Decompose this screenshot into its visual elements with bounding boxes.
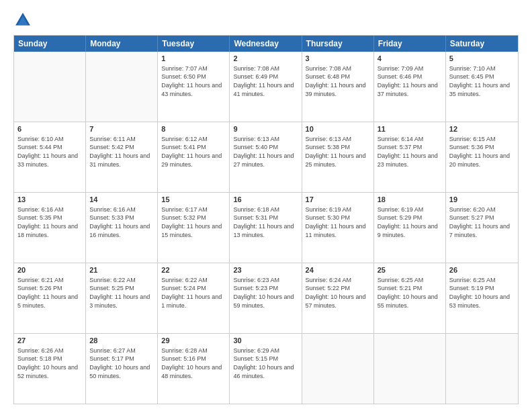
day-number: 23: [233, 265, 298, 275]
header: [13, 11, 519, 30]
calendar-cell: 9Sunrise: 6:13 AM Sunset: 5:40 PM Daylig…: [230, 122, 302, 192]
calendar-cell: 30Sunrise: 6:29 AM Sunset: 5:15 PM Dayli…: [230, 334, 302, 404]
calendar-row-3: 20Sunrise: 6:21 AM Sunset: 5:26 PM Dayli…: [14, 263, 518, 334]
cell-info: Sunrise: 6:25 AM Sunset: 5:21 PM Dayligh…: [378, 276, 442, 310]
calendar-cell: 11Sunrise: 6:14 AM Sunset: 5:37 PM Dayli…: [374, 122, 446, 192]
day-number: 6: [17, 124, 82, 134]
header-day-tuesday: Tuesday: [158, 36, 230, 52]
cell-info: Sunrise: 6:16 AM Sunset: 5:33 PM Dayligh…: [89, 205, 154, 239]
calendar-cell: 28Sunrise: 6:27 AM Sunset: 5:17 PM Dayli…: [86, 334, 158, 404]
calendar-cell: 4Sunrise: 7:09 AM Sunset: 6:46 PM Daylig…: [374, 52, 446, 122]
calendar-cell: 17Sunrise: 6:19 AM Sunset: 5:30 PM Dayli…: [302, 193, 374, 263]
calendar-body: 1Sunrise: 7:07 AM Sunset: 6:50 PM Daylig…: [14, 52, 518, 404]
calendar-cell: [302, 334, 374, 404]
header-day-monday: Monday: [86, 36, 158, 52]
calendar-cell: 22Sunrise: 6:22 AM Sunset: 5:24 PM Dayli…: [158, 263, 230, 333]
page: SundayMondayTuesdayWednesdayThursdayFrid…: [0, 0, 532, 411]
cell-info: Sunrise: 6:22 AM Sunset: 5:24 PM Dayligh…: [161, 276, 226, 310]
calendar-cell: 14Sunrise: 6:16 AM Sunset: 5:33 PM Dayli…: [86, 193, 158, 263]
cell-info: Sunrise: 6:10 AM Sunset: 5:44 PM Dayligh…: [17, 135, 82, 169]
cell-info: Sunrise: 6:13 AM Sunset: 5:40 PM Dayligh…: [233, 135, 298, 169]
header-day-sunday: Sunday: [14, 36, 86, 52]
day-number: 5: [449, 54, 515, 64]
cell-info: Sunrise: 6:12 AM Sunset: 5:41 PM Dayligh…: [161, 135, 226, 169]
cell-info: Sunrise: 6:19 AM Sunset: 5:29 PM Dayligh…: [378, 205, 442, 239]
day-number: 2: [233, 54, 298, 64]
cell-info: Sunrise: 6:22 AM Sunset: 5:25 PM Dayligh…: [89, 276, 154, 310]
day-number: 4: [378, 54, 442, 64]
day-number: 11: [378, 124, 442, 134]
logo: [13, 11, 35, 30]
day-number: 3: [306, 54, 370, 64]
day-number: 18: [378, 195, 442, 205]
day-number: 22: [161, 265, 226, 275]
cell-info: Sunrise: 6:16 AM Sunset: 5:35 PM Dayligh…: [17, 205, 82, 239]
day-number: 9: [233, 124, 298, 134]
cell-info: Sunrise: 6:25 AM Sunset: 5:19 PM Dayligh…: [449, 276, 515, 310]
calendar-cell: 20Sunrise: 6:21 AM Sunset: 5:26 PM Dayli…: [14, 263, 86, 333]
calendar-row-4: 27Sunrise: 6:26 AM Sunset: 5:18 PM Dayli…: [14, 334, 518, 404]
cell-info: Sunrise: 7:10 AM Sunset: 6:45 PM Dayligh…: [449, 64, 515, 98]
calendar-cell: 5Sunrise: 7:10 AM Sunset: 6:45 PM Daylig…: [446, 52, 518, 122]
cell-info: Sunrise: 6:29 AM Sunset: 5:15 PM Dayligh…: [233, 347, 298, 380]
calendar-cell: 24Sunrise: 6:24 AM Sunset: 5:22 PM Dayli…: [302, 263, 374, 333]
cell-info: Sunrise: 6:24 AM Sunset: 5:22 PM Dayligh…: [306, 276, 370, 310]
day-number: 7: [89, 124, 154, 134]
cell-info: Sunrise: 6:21 AM Sunset: 5:26 PM Dayligh…: [17, 276, 82, 310]
logo-icon: [13, 11, 32, 30]
calendar-row-1: 6Sunrise: 6:10 AM Sunset: 5:44 PM Daylig…: [14, 122, 518, 193]
day-number: 25: [378, 265, 442, 275]
calendar-cell: 26Sunrise: 6:25 AM Sunset: 5:19 PM Dayli…: [446, 263, 518, 333]
day-number: 16: [233, 195, 298, 205]
calendar-cell: 23Sunrise: 6:23 AM Sunset: 5:23 PM Dayli…: [230, 263, 302, 333]
cell-info: Sunrise: 7:08 AM Sunset: 6:48 PM Dayligh…: [306, 64, 370, 98]
cell-info: Sunrise: 6:27 AM Sunset: 5:17 PM Dayligh…: [89, 347, 154, 380]
calendar-cell: 18Sunrise: 6:19 AM Sunset: 5:29 PM Dayli…: [374, 193, 446, 263]
cell-info: Sunrise: 6:26 AM Sunset: 5:18 PM Dayligh…: [17, 347, 82, 380]
cell-info: Sunrise: 6:20 AM Sunset: 5:27 PM Dayligh…: [449, 205, 515, 239]
calendar-cell: 3Sunrise: 7:08 AM Sunset: 6:48 PM Daylig…: [302, 52, 374, 122]
cell-info: Sunrise: 6:11 AM Sunset: 5:42 PM Dayligh…: [89, 135, 154, 169]
cell-info: Sunrise: 6:18 AM Sunset: 5:31 PM Dayligh…: [233, 205, 298, 239]
day-number: 24: [306, 265, 370, 275]
calendar-cell: [14, 52, 86, 122]
day-number: 10: [306, 124, 370, 134]
calendar-cell: 25Sunrise: 6:25 AM Sunset: 5:21 PM Dayli…: [374, 263, 446, 333]
cell-info: Sunrise: 6:19 AM Sunset: 5:30 PM Dayligh…: [306, 205, 370, 239]
calendar-cell: 29Sunrise: 6:28 AM Sunset: 5:16 PM Dayli…: [158, 334, 230, 404]
calendar-cell: [446, 334, 518, 404]
day-number: 12: [449, 124, 515, 134]
calendar-cell: 6Sunrise: 6:10 AM Sunset: 5:44 PM Daylig…: [14, 122, 86, 192]
calendar-row-0: 1Sunrise: 7:07 AM Sunset: 6:50 PM Daylig…: [14, 52, 518, 122]
calendar-cell: 8Sunrise: 6:12 AM Sunset: 5:41 PM Daylig…: [158, 122, 230, 192]
calendar-cell: [374, 334, 446, 404]
day-number: 27: [17, 336, 82, 346]
cell-info: Sunrise: 6:17 AM Sunset: 5:32 PM Dayligh…: [161, 205, 226, 239]
day-number: 8: [161, 124, 226, 134]
calendar-cell: 21Sunrise: 6:22 AM Sunset: 5:25 PM Dayli…: [86, 263, 158, 333]
header-day-wednesday: Wednesday: [230, 36, 302, 52]
day-number: 1: [161, 54, 226, 64]
calendar-cell: 12Sunrise: 6:15 AM Sunset: 5:36 PM Dayli…: [446, 122, 518, 192]
day-number: 30: [233, 336, 298, 346]
cell-info: Sunrise: 6:28 AM Sunset: 5:16 PM Dayligh…: [161, 347, 226, 380]
cell-info: Sunrise: 7:09 AM Sunset: 6:46 PM Dayligh…: [378, 64, 442, 98]
calendar-cell: 1Sunrise: 7:07 AM Sunset: 6:50 PM Daylig…: [158, 52, 230, 122]
cell-info: Sunrise: 7:08 AM Sunset: 6:49 PM Dayligh…: [233, 64, 298, 98]
calendar-cell: 19Sunrise: 6:20 AM Sunset: 5:27 PM Dayli…: [446, 193, 518, 263]
calendar-cell: 15Sunrise: 6:17 AM Sunset: 5:32 PM Dayli…: [158, 193, 230, 263]
header-day-thursday: Thursday: [302, 36, 374, 52]
cell-info: Sunrise: 6:23 AM Sunset: 5:23 PM Dayligh…: [233, 276, 298, 310]
calendar-cell: 16Sunrise: 6:18 AM Sunset: 5:31 PM Dayli…: [230, 193, 302, 263]
day-number: 29: [161, 336, 226, 346]
calendar-cell: 13Sunrise: 6:16 AM Sunset: 5:35 PM Dayli…: [14, 193, 86, 263]
cell-info: Sunrise: 6:15 AM Sunset: 5:36 PM Dayligh…: [449, 135, 515, 169]
day-number: 13: [17, 195, 82, 205]
header-day-friday: Friday: [374, 36, 446, 52]
day-number: 26: [449, 265, 515, 275]
calendar-cell: 10Sunrise: 6:13 AM Sunset: 5:38 PM Dayli…: [302, 122, 374, 192]
day-number: 15: [161, 195, 226, 205]
calendar-header: SundayMondayTuesdayWednesdayThursdayFrid…: [14, 36, 518, 52]
cell-info: Sunrise: 6:13 AM Sunset: 5:38 PM Dayligh…: [306, 135, 370, 169]
day-number: 21: [89, 265, 154, 275]
